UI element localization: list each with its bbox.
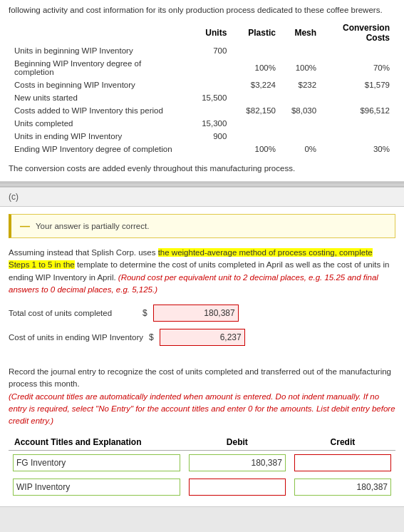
cost-row-mesh [281, 130, 322, 143]
cost-row-label: Ending WIP Inventory degree of completio… [9, 143, 180, 155]
cost-row-mesh: $232 [281, 78, 322, 91]
col-header-mesh: Mesh [281, 21, 322, 44]
section-c-label: (c) [9, 192, 19, 202]
journal-col-credit: Credit [290, 434, 395, 451]
cost-row-units: 15,300 [180, 117, 232, 130]
col-header-plastic: Plastic [232, 21, 281, 44]
journal-account-cell[interactable] [9, 451, 185, 476]
cost-row-label: Units in beginning WIP Inventory [9, 44, 180, 57]
ending-wip-label: Cost of units in ending WIP Inventory [9, 333, 143, 342]
cost-table-row: Costs in beginning WIP Inventory$3,224$2… [9, 78, 395, 91]
instructions-text: Assuming instead that Splish Corp. uses … [9, 247, 395, 296]
cost-row-plastic [232, 117, 281, 130]
journal-debit-cell[interactable] [185, 451, 290, 476]
journal-row [9, 451, 395, 476]
partial-correct-message: Your answer is partially correct. [36, 222, 149, 230]
cost-table: Units Plastic Mesh Conversion Costs Unit… [9, 21, 395, 155]
partial-correct-box: — Your answer is partially correct. [9, 214, 395, 238]
fg-inventory-input[interactable] [13, 454, 180, 471]
cost-row-units: 900 [180, 130, 232, 143]
section-c-label-top: (c) [0, 187, 404, 207]
cost-row-plastic [232, 130, 281, 143]
cost-table-row: Ending WIP Inventory degree of completio… [9, 143, 395, 155]
debit-input-1[interactable] [189, 479, 286, 496]
cost-row-mesh [281, 117, 322, 130]
cost-table-row: New units started15,500 [9, 91, 395, 104]
wip-inventory-input[interactable] [13, 479, 180, 496]
ending-wip-input[interactable] [160, 329, 245, 346]
journal-account-cell[interactable] [9, 475, 185, 499]
cost-row-label: Costs added to WIP Inventory this period [9, 104, 180, 117]
credit-input-0[interactable] [294, 454, 391, 471]
top-section: following activity and cost information … [0, 0, 404, 183]
round-instructions: (Round cost per equivalent unit to 2 dec… [9, 273, 378, 294]
journal-table: Account Titles and Explanation Debit Cre… [9, 434, 395, 499]
cost-row-label: Beginning WIP Inventory degree of comple… [9, 57, 180, 78]
conversion-note: The conversion costs are added evenly th… [9, 164, 395, 173]
journal-debit-cell[interactable] [185, 475, 290, 499]
cost-row-units [180, 143, 232, 155]
highlight-instructions: the weighted-average method of process c… [9, 248, 373, 269]
dollar-sign-1: $ [143, 308, 147, 318]
credit-input-1[interactable] [294, 479, 391, 496]
cost-row-label: Costs in beginning WIP Inventory [9, 78, 180, 91]
cost-table-row: Beginning WIP Inventory degree of comple… [9, 57, 395, 78]
ending-wip-cost-row: Cost of units in ending WIP Inventory $ [9, 329, 395, 346]
journal-instruction-line1: Record the journal entry to recognize th… [9, 367, 391, 388]
cost-table-row: Costs added to WIP Inventory this period… [9, 104, 395, 117]
cost-row-units [180, 78, 232, 91]
cost-row-units [180, 57, 232, 78]
cost-row-units: 15,500 [180, 91, 232, 104]
cost-row-conversion: 30% [322, 143, 395, 155]
cost-row-label: Units in ending WIP Inventory [9, 130, 180, 143]
cost-row-plastic [232, 91, 281, 104]
cost-row-mesh: 100% [281, 57, 322, 78]
debit-input-0[interactable] [189, 454, 286, 471]
journal-instruction-line2: (Credit account titles are automatically… [9, 392, 395, 426]
cost-row-conversion [322, 117, 395, 130]
section-c-content: — Your answer is partially correct. Assu… [0, 207, 404, 506]
cost-row-mesh [281, 44, 322, 57]
minus-icon: — [20, 220, 30, 232]
cost-row-label: Units completed [9, 117, 180, 130]
cost-row-plastic: $3,224 [232, 78, 281, 91]
total-cost-label: Total cost of units completed [9, 309, 137, 317]
journal-row [9, 475, 395, 499]
cost-row-mesh [281, 91, 322, 104]
cost-row-conversion: $1,579 [322, 78, 395, 91]
cost-row-plastic: $82,150 [232, 104, 281, 117]
journal-credit-cell[interactable] [290, 451, 395, 476]
journal-credit-cell[interactable] [290, 475, 395, 499]
bottom-scrollbar [0, 506, 404, 518]
page-wrapper: following activity and cost information … [0, 0, 404, 518]
cost-row-conversion [322, 44, 395, 57]
journal-instructions: Record the journal entry to recognize th… [9, 366, 395, 427]
total-cost-input[interactable] [153, 305, 239, 322]
cost-row-conversion: 70% [322, 57, 395, 78]
cost-table-row: Units in beginning WIP Inventory700 [9, 44, 395, 57]
col-header-label [9, 21, 180, 44]
cost-row-conversion: $96,512 [322, 104, 395, 117]
cost-row-label: New units started [9, 91, 180, 104]
journal-col-debit: Debit [185, 434, 290, 451]
cost-row-conversion [322, 91, 395, 104]
dollar-sign-2: $ [149, 332, 154, 342]
cost-row-mesh: 0% [281, 143, 322, 155]
journal-col-account: Account Titles and Explanation [9, 434, 185, 451]
total-cost-row: Total cost of units completed $ [9, 305, 395, 322]
cost-table-row: Units completed15,300 [9, 117, 395, 130]
cost-row-plastic: 100% [232, 143, 281, 155]
cost-row-mesh: $8,030 [281, 104, 322, 117]
cost-row-units: 700 [180, 44, 232, 57]
cost-row-conversion [322, 130, 395, 143]
cost-row-plastic: 100% [232, 57, 281, 78]
cost-table-row: Units in ending WIP Inventory900 [9, 130, 395, 143]
col-header-units: Units [180, 21, 232, 44]
cost-row-units [180, 104, 232, 117]
col-header-conversion: Conversion Costs [322, 21, 395, 44]
intro-text: following activity and cost information … [9, 6, 395, 14]
cost-row-plastic [232, 44, 281, 57]
